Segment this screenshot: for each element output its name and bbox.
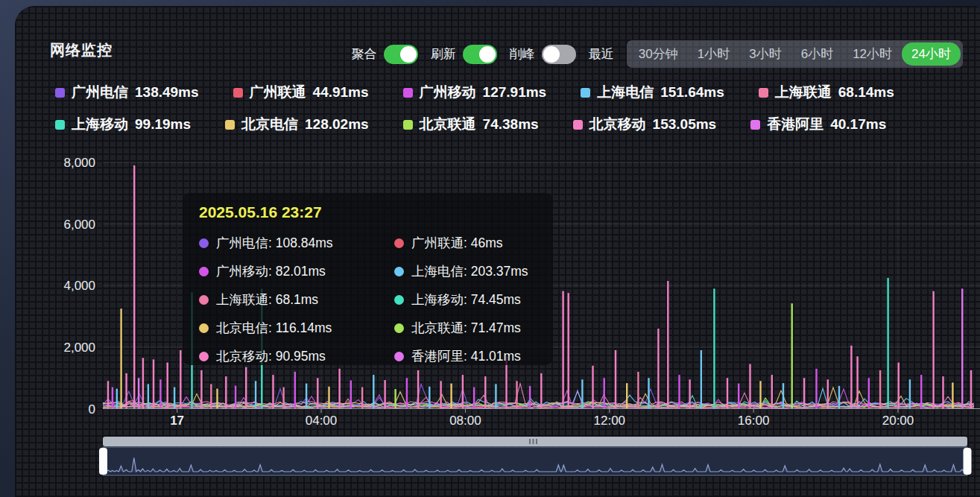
svg-text:04:00: 04:00 — [306, 414, 338, 428]
svg-text:0: 0 — [89, 402, 95, 417]
chart-tooltip: 2025.05.16 23:27 广州电信: 108.84ms 广州联通: 46… — [183, 193, 553, 365]
series-dot-icon — [394, 352, 404, 361]
datazoom-slider[interactable] — [99, 447, 972, 475]
series-dot-icon — [394, 238, 404, 248]
series-dot-icon — [199, 352, 209, 361]
series-dot-icon — [199, 238, 209, 248]
series-dot-icon — [394, 295, 404, 305]
svg-text:4,000: 4,000 — [63, 279, 95, 293]
series-dot-icon — [199, 323, 209, 333]
tooltip-item: 北京移动: 90.95ms — [199, 347, 394, 365]
series-dot-icon — [199, 267, 209, 276]
datazoom-handle-left[interactable] — [99, 448, 107, 475]
tooltip-item: 上海电信: 203.37ms — [394, 262, 553, 280]
tooltip-item: 北京电信: 116.14ms — [199, 319, 394, 337]
tooltip-item: 香港阿里: 41.01ms — [394, 347, 553, 365]
tooltip-item: 北京联通: 71.47ms — [394, 319, 553, 337]
svg-text:2,000: 2,000 — [63, 341, 95, 355]
tooltip-item: 上海移动: 74.45ms — [394, 291, 553, 308]
tooltip-item: 广州电信: 108.84ms — [199, 234, 394, 252]
svg-text:08:00: 08:00 — [449, 414, 481, 428]
desktop-background: 网络监控 聚合 刷新 削峰 最近 30分钟1小时3小时6小时12小时24小时 广… — [0, 0, 980, 497]
tooltip-items: 广州电信: 108.84ms 广州联通: 46ms 广州移动: 82.01ms … — [199, 234, 553, 365]
svg-text:20:00: 20:00 — [882, 414, 914, 428]
svg-text:6,000: 6,000 — [63, 218, 95, 232]
series-dot-icon — [394, 323, 404, 333]
datazoom-scrollbar[interactable] — [103, 437, 967, 446]
tooltip-item: 上海联通: 68.1ms — [199, 291, 394, 308]
tooltip-timestamp: 2025.05.16 23:27 — [199, 203, 553, 221]
svg-text:8,000: 8,000 — [63, 156, 95, 170]
svg-text:17: 17 — [170, 414, 184, 428]
network-monitor-panel: 网络监控 聚合 刷新 削峰 最近 30分钟1小时3小时6小时12小时24小时 广… — [15, 6, 980, 497]
series-dot-icon — [394, 267, 404, 276]
svg-text:12:00: 12:00 — [594, 414, 626, 428]
tooltip-item: 广州联通: 46ms — [394, 234, 553, 252]
svg-text:16:00: 16:00 — [738, 414, 770, 428]
datazoom-handle-right[interactable] — [964, 448, 972, 475]
tooltip-item: 广州移动: 82.01ms — [199, 262, 394, 280]
series-dot-icon — [199, 295, 209, 305]
scrollbar-grip-icon — [529, 439, 531, 444]
